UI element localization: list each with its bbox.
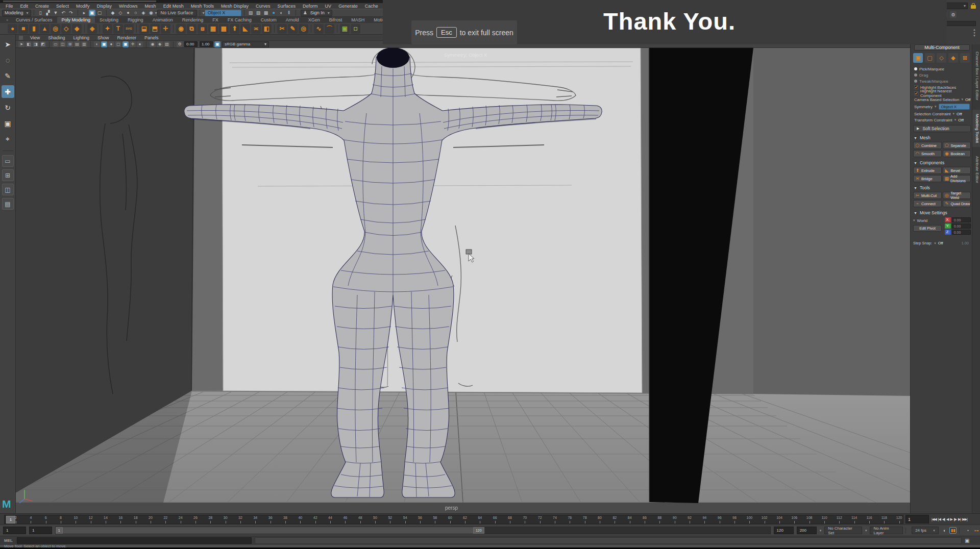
platonic-solid-icon[interactable]: ◈ [87,24,97,34]
menu-generate[interactable]: Generate [335,4,361,9]
menu-select[interactable]: Select [53,4,72,9]
ipr-render-icon[interactable]: ▨ [255,10,262,16]
light-editor-icon[interactable]: ◐ [278,10,285,16]
panel-menu-panels[interactable]: Panels [140,35,163,40]
new-scene-icon[interactable]: ▯ [37,10,44,16]
joint-tool-icon[interactable]: ✛ [161,24,170,34]
row-selection-constraint[interactable]: Selection Constraint▾Off [912,111,972,117]
viewport-toolbar-icon-11[interactable]: ◐ [94,41,100,47]
mode-edge-icon[interactable]: ◇ [937,53,946,63]
axis-x-field[interactable]: 0.00 [952,217,971,222]
animation-end-field[interactable]: 200 [797,527,817,534]
viewport-toolbar-icon-9[interactable]: ▥ [81,41,87,47]
playback-button-0[interactable]: |◀◀ [931,516,937,522]
viewport-toolbar-icon-19[interactable]: ◉ [150,41,156,47]
poly-plane-icon[interactable]: ◇ [61,24,71,34]
lasso-select-tool-icon[interactable]: ◌ [2,54,14,66]
colorspace-dropdown[interactable]: sRGB gamma▾ [222,41,269,47]
render-sphere-icon[interactable]: ● [271,10,277,16]
menu-modify[interactable]: Modify [72,4,93,9]
layout-four-pane-button[interactable]: ⊞ [2,169,14,181]
panel-menu-lighting[interactable]: Lighting [69,35,93,40]
viewport-toolbar-icon-12[interactable]: ▣ [101,41,107,47]
viewport-toolbar-icon-2[interactable]: ◨ [33,41,39,47]
viewport-toolbar-icon-20[interactable]: ◈ [157,41,163,47]
menu-windows[interactable]: Windows [115,4,141,9]
menu-curves[interactable]: Curves [252,4,274,9]
layout-split-pane-button[interactable]: ◫ [2,184,14,195]
tool-settings-icon[interactable]: ⚙ [950,11,957,18]
boolean-button[interactable]: ◉Boolean [943,150,971,157]
construction-plane-icon[interactable]: ⬓ [139,24,149,34]
gamma-field[interactable]: 1.00 [200,41,213,47]
shelf-tab-mash[interactable]: MASH [347,17,369,23]
section-mesh[interactable]: ▼Mesh [912,134,972,141]
script-editor-icon[interactable]: ▣ [965,538,969,543]
playback-button-1[interactable]: |◀ [938,516,941,522]
viewport-toolbar-icon-6[interactable]: ◫ [60,41,66,47]
current-frame-marker[interactable]: 1 [6,516,15,523]
command-language-label[interactable]: MEL [0,538,17,543]
select-tool-icon[interactable]: ➤ [2,38,14,51]
connect-button[interactable]: ⌁Connect [913,200,942,207]
range-handle-end[interactable]: 120 [473,527,484,534]
shelf-menu-icon[interactable]: ≡ [2,18,13,22]
animation-start-field[interactable]: 1 [3,527,26,534]
chevron-down-icon[interactable]: ▾ [155,11,157,15]
select-component-mode-icon[interactable]: ▢ [96,10,103,16]
menu-mesh[interactable]: Mesh [141,4,160,9]
separate-button[interactable]: ⬠Separate [943,142,971,149]
playback-end-field[interactable]: 120 [774,527,794,534]
ep-curve-icon[interactable]: ⌒ [325,24,334,34]
exposure-field[interactable]: 0.00 [184,41,198,47]
range-slider-handle[interactable]: 1 120 [56,527,484,534]
time-slider[interactable]: 1 24681012141618202224262830323436384042… [4,515,903,524]
snap-view-plane-icon[interactable]: ◈ [140,10,147,16]
viewport-toolbar-icon-5[interactable]: ▭ [53,41,59,47]
add-divisions-button[interactable]: ▦Add Divisions [943,175,971,182]
animation-preferences-icon[interactable]: ◔ [964,527,971,534]
shelf-tab-bifrost[interactable]: Bifrost [325,17,347,23]
pause-viewport-icon[interactable]: ‖ [286,10,292,16]
snap-projected-center-icon[interactable]: ○ [133,10,139,16]
target-weld-icon[interactable]: ◎ [299,24,308,34]
image-plane-icon[interactable]: ⬒ [150,24,160,34]
viewport-toolbar-icon-17[interactable]: ● [137,41,143,47]
range-handle-start[interactable]: 1 [56,527,63,534]
poly-cylinder-icon[interactable]: ▮ [29,24,39,34]
shelf-tab-sculpting[interactable]: Sculpting [95,17,123,23]
shelf-tab-animation[interactable]: Animation [148,17,178,23]
chevron-down-icon[interactable]: ▾ [820,529,822,533]
sign-in-button[interactable]: ♟ Sign In ▾ [301,10,332,16]
menu-mesh-tools[interactable]: Mesh Tools [187,4,217,9]
step-snap-row[interactable]: Step Snap: ▾ Off 1.00 [912,241,972,245]
multi-cut-icon[interactable]: ✂ [277,24,287,34]
render-settings-icon[interactable]: ▩ [263,10,270,16]
fps-dropdown[interactable]: 24 fps▾ [912,527,939,534]
section-tools[interactable]: ▼Tools [912,184,972,191]
playback-button-4[interactable]: ▶ [949,516,952,522]
panel-menu-show[interactable]: Show [93,35,113,40]
symmetry-row[interactable]: Symmetry ▾ Object X [912,103,972,111]
bevel-icon[interactable]: ◣ [240,24,250,34]
current-time-field[interactable]: 1 [905,515,929,523]
poly-disc-icon[interactable]: ◆ [72,24,82,34]
viewport-toolbar-icon-23[interactable]: ⚙ [177,41,183,47]
poly-cube-icon[interactable]: ■ [18,24,28,34]
menu-edit[interactable]: Edit [17,4,32,9]
sweep-mesh-icon[interactable]: ✦ [103,24,112,34]
lock-icon[interactable] [971,3,976,9]
paint-select-tool-icon[interactable]: ✎ [2,69,14,82]
bridge-button[interactable]: ≍Bridge [913,175,942,182]
pencil-curve-icon[interactable]: ∿ [314,24,324,34]
make-live-icon[interactable]: ◉ [148,10,155,16]
separate-icon[interactable]: ⧈ [198,24,207,34]
extrude-button[interactable]: ⬆Extrude [913,167,942,174]
move-tool-icon[interactable]: ✚ [2,85,14,98]
last-tool-icon[interactable]: ⌖ [2,133,14,145]
bridge-icon[interactable]: ≍ [251,24,261,34]
mode-multi-component-icon[interactable]: ▣ [913,53,923,63]
menu-uv[interactable]: UV [322,4,335,9]
snap-grid-icon[interactable]: ◆ [110,10,116,16]
layout-outliner-pane-button[interactable]: ▤ [2,198,14,210]
